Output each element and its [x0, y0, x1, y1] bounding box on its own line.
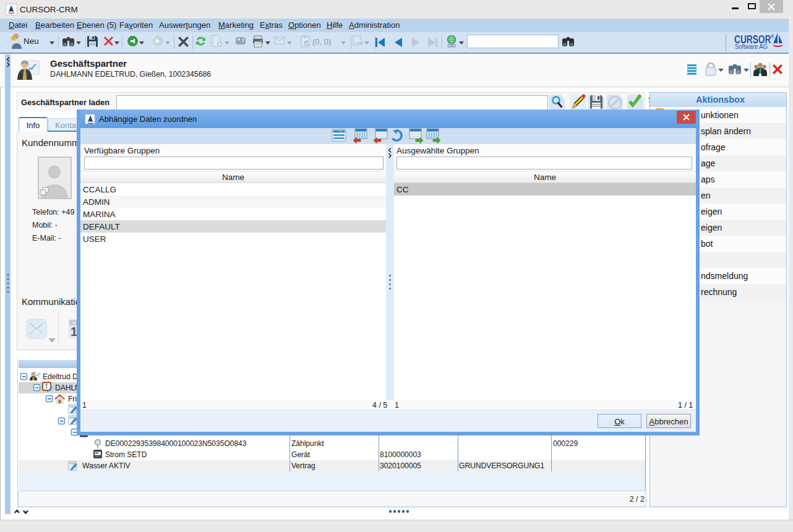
svg-text:Sa: Sa	[71, 320, 76, 325]
svg-text:T: T	[45, 383, 48, 390]
svg-text:(0, 0): (0, 0)	[312, 37, 331, 46]
